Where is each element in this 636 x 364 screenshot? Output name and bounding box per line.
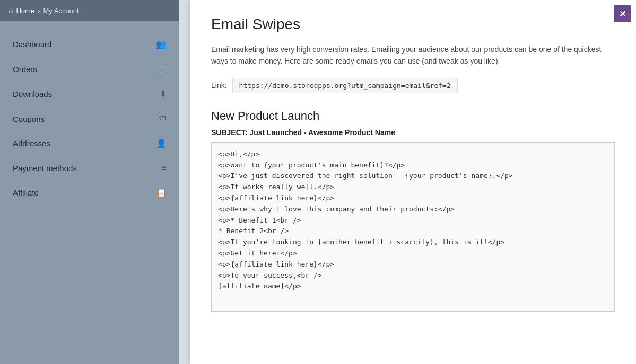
dashboard-icon: 👥 [156, 39, 167, 49]
sidebar-item-addresses[interactable]: Addresses 👤 [0, 131, 179, 156]
sidebar-item-coupons[interactable]: Coupons 🏷 [0, 106, 179, 131]
sidebar-header: ⌂ Home › My Account [0, 0, 179, 21]
coupons-icon: 🏷 [158, 114, 167, 123]
email-body-textarea[interactable] [211, 142, 615, 312]
sidebar-item-dashboard[interactable]: Dashboard 👥 [0, 32, 179, 57]
email-swipes-modal: ✕ Email Swipes Email marketing has very … [190, 0, 636, 364]
sidebar-label-affiliate: Affiliate [13, 188, 39, 197]
sidebar-nav: Dashboard 👥 Orders 🛒 Downloads ⬇ Coupons… [0, 21, 179, 364]
section-title: New Product Launch [211, 109, 615, 123]
main-content: ✕ Email Swipes Email marketing has very … [179, 0, 636, 364]
modal-title: Email Swipes [211, 16, 615, 33]
sidebar-label-dashboard: Dashboard [13, 40, 51, 49]
affiliate-icon: 📋 [156, 188, 167, 198]
sidebar-label-downloads: Downloads [13, 90, 52, 99]
modal-description: Email marketing has very high conversion… [211, 43, 615, 67]
affiliate-link-row: Link: https://demo.storeapps.org?utm_cam… [211, 78, 615, 93]
sidebar-item-payment-methods[interactable]: Payment methods ≡ [0, 156, 179, 180]
breadcrumb-home-link[interactable]: Home [16, 7, 34, 15]
sidebar-label-orders: Orders [13, 65, 37, 74]
breadcrumb-current: My Account [43, 7, 79, 15]
sidebar-item-orders[interactable]: Orders 🛒 [0, 57, 179, 82]
sidebar-item-downloads[interactable]: Downloads ⬇ [0, 82, 179, 106]
sidebar-label-payment-methods: Payment methods [13, 164, 77, 173]
link-label: Link: [211, 81, 227, 90]
modal-close-button[interactable]: ✕ [614, 5, 631, 22]
sidebar: ⌂ Home › My Account Dashboard 👥 Orders 🛒… [0, 0, 179, 364]
link-url-value[interactable]: https://demo.storeapps.org?utm_campaign=… [232, 78, 458, 93]
orders-icon: 🛒 [156, 64, 167, 74]
email-subject-line: SUBJECT: Just Launched - Awesome Product… [211, 128, 615, 137]
sidebar-label-coupons: Coupons [13, 114, 45, 123]
sidebar-label-addresses: Addresses [13, 139, 50, 148]
downloads-icon: ⬇ [160, 89, 167, 99]
breadcrumb: ⌂ Home › My Account [8, 6, 79, 15]
payment-methods-icon: ≡ [162, 163, 167, 173]
breadcrumb-separator: › [38, 7, 40, 15]
addresses-icon: 👤 [156, 138, 167, 148]
home-icon: ⌂ [8, 6, 13, 15]
sidebar-item-affiliate[interactable]: Affiliate 📋 [0, 180, 179, 205]
